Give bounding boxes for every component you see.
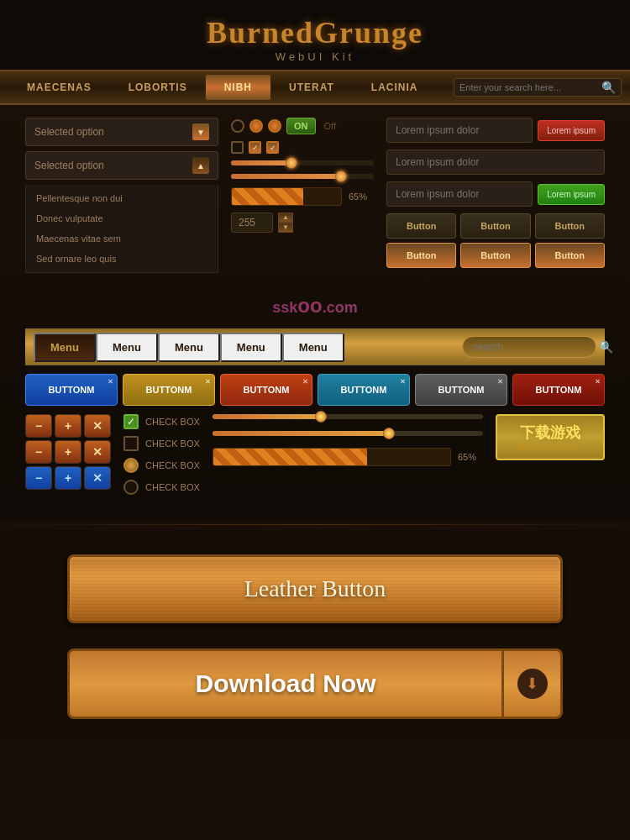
calc-minus-1[interactable]: − <box>25 414 52 438</box>
text-input-3[interactable] <box>386 181 533 207</box>
nav-tab-uterat[interactable]: Uterat <box>270 75 353 100</box>
cb-2[interactable] <box>123 436 139 451</box>
top-row: Selected option ▼ Selected option ▲ Pell… <box>25 118 605 280</box>
checkboxes-panel: ✓ CHECK BOX CHECK BOX CHECK BOX CHECK BO… <box>123 414 200 495</box>
golden-nav-menu-4[interactable]: Menu <box>220 333 282 362</box>
number-value[interactable]: 255 <box>231 213 273 233</box>
btn-dark-2[interactable]: Button <box>460 213 530 239</box>
golden-nav-menu-2[interactable]: Menu <box>96 333 158 362</box>
app-title: BurnedGrunge <box>0 15 630 50</box>
btn-golden-1[interactable]: Button <box>386 243 456 268</box>
text-input-1[interactable] <box>386 118 533 143</box>
green-btn[interactable]: Lorem ipsum <box>538 184 605 205</box>
checkbox-row: ✓ ✓ <box>231 141 374 154</box>
calc-minus-2[interactable]: − <box>25 440 52 464</box>
calc-x-1[interactable]: ✕ <box>84 414 111 438</box>
golden-nav: Menu Menu Menu Menu Menu 🔍 <box>25 328 605 365</box>
nav-search-input[interactable] <box>459 82 601 92</box>
stepper-down[interactable]: ▼ <box>278 223 293 233</box>
cb-label-1: CHECK BOX <box>145 417 200 427</box>
golden-search-input[interactable] <box>473 341 599 353</box>
calc-buttons: − + ✕ − + ✕ − + ✕ <box>25 414 111 490</box>
text-input-2[interactable] <box>386 150 605 175</box>
progress-bar-wrap <box>231 187 342 206</box>
cbtn-teal[interactable]: BUTTONM <box>318 374 410 406</box>
calc-x-2[interactable]: ✕ <box>84 440 111 464</box>
slider-h-1[interactable] <box>213 414 483 419</box>
nav-tab-maecenas[interactable]: Maecenas <box>8 75 110 100</box>
progress-2-container: 65% <box>213 448 483 466</box>
calc-minus-3[interactable]: − <box>25 466 52 490</box>
radio-btn-2[interactable] <box>249 119 263 133</box>
cb-radio-2[interactable] <box>123 480 139 495</box>
cb-row-2: CHECK BOX <box>123 436 200 451</box>
cb-radio-1[interactable] <box>123 458 139 473</box>
controls-row: − + ✕ − + ✕ − + ✕ ✓ CHECK BOX CHECK BOX <box>25 414 605 495</box>
dropdown-item-1[interactable]: Donec vulputate <box>26 208 218 228</box>
cbtn-yellow[interactable]: BUTTONM <box>123 374 215 406</box>
nav-tab-lobortis[interactable]: Lobortis <box>110 75 206 100</box>
btn-golden-3[interactable]: Button <box>535 243 605 268</box>
nav-search-box: 🔍 <box>454 78 622 97</box>
left-panel: Selected option ▼ Selected option ▲ Pell… <box>25 118 218 280</box>
leather-button[interactable]: Leather Button <box>67 554 563 623</box>
calc-plus-1[interactable]: + <box>55 414 81 438</box>
slider-1-thumb[interactable] <box>286 157 297 169</box>
golden-nav-menu-1[interactable]: Menu <box>34 333 96 362</box>
cbtn-orange[interactable]: BUTTONM <box>220 374 312 406</box>
number-stepper: ▲ ▼ <box>278 213 293 233</box>
checkbox-1[interactable] <box>231 141 244 154</box>
dropdown-item-0[interactable]: Pellentesque non dui <box>26 188 218 208</box>
cbtn-reddark[interactable]: BUTTONM <box>512 374 605 406</box>
progress-container: 65% <box>231 187 374 206</box>
dropdown-1[interactable]: Selected option ▼ <box>25 118 218 146</box>
cb-1[interactable]: ✓ <box>123 414 139 429</box>
nav-tab-nibh[interactable]: Nibh <box>206 75 270 100</box>
slider-1-track[interactable] <box>231 160 374 165</box>
progress-2-fill <box>213 449 367 465</box>
checkbox-3[interactable]: ✓ <box>266 141 279 154</box>
slider-2-track[interactable] <box>231 174 374 179</box>
nav-tabs: Maecenas Lobortis Nibh Uterat Lacinia <box>8 75 454 100</box>
radio-btn-1[interactable] <box>231 119 244 133</box>
dropdown-item-3[interactable]: Sed ornare leo quis <box>26 249 218 269</box>
header: BurnedGrunge WebUI Kit <box>0 0 630 70</box>
calc-x-3[interactable]: ✕ <box>84 466 111 490</box>
slider-2-thumb[interactable] <box>335 171 347 182</box>
btn-golden-2[interactable]: Button <box>460 243 530 268</box>
download-section: Download Now ⬇ <box>0 632 630 744</box>
golden-nav-menu-5[interactable]: Menu <box>282 333 344 362</box>
download-game-sub: DOWNLOAD <box>514 443 586 452</box>
stepper-up[interactable]: ▲ <box>278 213 293 223</box>
download-game-btn[interactable]: 下载游戏 DOWNLOAD <box>496 414 605 460</box>
btn-dark-1[interactable]: Button <box>386 213 456 239</box>
calc-plus-2[interactable]: + <box>55 440 81 464</box>
cb-label-2: CHECK BOX <box>145 438 200 449</box>
slider-h-2-fill <box>213 431 388 436</box>
slider-h-1-thumb[interactable] <box>315 411 327 423</box>
download-now-button[interactable]: Download Now <box>67 648 504 719</box>
download-btn-wrap: Download Now ⬇ <box>67 648 563 719</box>
download-game-zh: 下载游戏 <box>514 423 586 443</box>
download-icon-box[interactable]: ⬇ <box>504 648 563 719</box>
dropdown-item-2[interactable]: Maecenas vitae sem <box>26 228 218 249</box>
checkbox-2[interactable]: ✓ <box>249 141 261 154</box>
red-btn[interactable]: Lorem ipsum <box>538 120 605 141</box>
cbtn-blue[interactable]: BUTTONM <box>25 374 118 406</box>
btn-dark-3[interactable]: Button <box>535 213 605 239</box>
progress-label: 65% <box>349 192 374 202</box>
slider-1-fill <box>231 160 288 165</box>
cb-label-4: CHECK BOX <box>145 482 200 492</box>
slider-h-2-thumb[interactable] <box>383 428 395 439</box>
golden-nav-menu-3[interactable]: Menu <box>158 333 220 362</box>
dropdown-2[interactable]: Selected option ▲ <box>25 151 218 180</box>
cb-row-4: CHECK BOX <box>123 480 200 495</box>
radio-btn-3[interactable] <box>268 119 281 133</box>
toggle-on[interactable]: ON <box>286 118 316 134</box>
cbtn-grey[interactable]: BUTTONM <box>415 374 507 406</box>
calc-plus-3[interactable]: + <box>55 466 81 490</box>
nav-bar: Maecenas Lobortis Nibh Uterat Lacinia 🔍 <box>0 70 630 105</box>
nav-tab-lacinia[interactable]: Lacinia <box>353 75 437 100</box>
slider-h-2[interactable] <box>213 431 483 436</box>
colored-buttons-row: BUTTONM BUTTONM BUTTONM BUTTONM BUTTONM … <box>25 374 605 406</box>
